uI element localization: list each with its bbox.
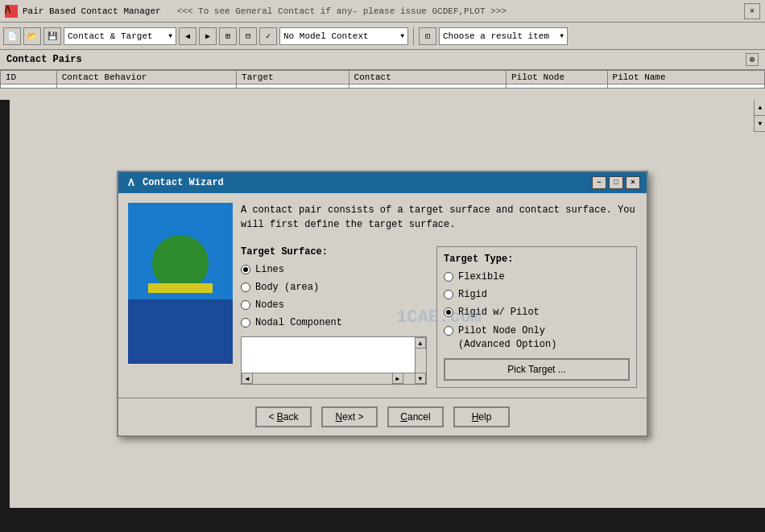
col-header-target: Target: [237, 71, 349, 85]
modal-minimize-btn[interactable]: −: [592, 176, 606, 189]
surface-radio-group: Lines Body (area) Nodes: [241, 264, 427, 328]
help-button[interactable]: Help: [453, 406, 510, 427]
scroll-down-arrow[interactable]: ▼: [415, 373, 426, 384]
target-type-section: Target Type: Flexible Rigid: [436, 246, 637, 388]
radio-nodes-label: Nodes: [255, 299, 284, 311]
panel-header: Contact Pairs ⊙: [0, 50, 765, 70]
panel-collapse-btn[interactable]: ⊙: [746, 53, 759, 66]
toolbar-btn-new[interactable]: 📄: [3, 27, 21, 45]
toolbar-btn-2[interactable]: ▶: [199, 27, 217, 45]
radio-flexible[interactable]: Flexible: [444, 271, 630, 282]
contact-target-dropdown[interactable]: Contact & Target ▼: [64, 27, 176, 45]
radio-body-label: Body (area): [255, 282, 319, 293]
radio-pilot-node-indicator: [444, 326, 453, 336]
bottom-black-area: [0, 508, 765, 532]
col-header-pilot-node: Pilot Node: [506, 71, 607, 85]
target-type-label: Target Type:: [444, 254, 630, 265]
toolbar-btn-4[interactable]: ⊟: [239, 27, 257, 45]
illustration-bar: [148, 283, 213, 293]
toolbar-btn-save[interactable]: 💾: [43, 27, 61, 45]
target-surface-section: Target Surface: Lines Body (area): [241, 246, 427, 388]
target-textbox[interactable]: ▲ ▼ ◀ ▶: [241, 336, 427, 385]
radio-flexible-indicator: [444, 272, 453, 282]
pick-target-button[interactable]: Pick Target ...: [444, 358, 630, 381]
contact-table: ID Contact Behavior Target Contact Pilot…: [0, 70, 765, 89]
contact-wizard-dialog: Λ Contact Wizard − □ × A c: [117, 171, 648, 437]
toolbar-btn-open[interactable]: 📂: [23, 27, 41, 45]
main-panel: Contact Pairs ⊙ ID Contact Behavior Targ…: [0, 50, 765, 532]
dialog-description: A contact pair consists of a target surf…: [241, 203, 637, 232]
modal-maximize-btn[interactable]: □: [609, 176, 623, 189]
illustration: [128, 203, 233, 364]
panel-title: Contact Pairs: [6, 54, 82, 65]
modal-titlebar: Λ Contact Wizard − □ ×: [118, 172, 647, 193]
modal-icon: Λ: [125, 176, 138, 189]
vertical-scrollbar[interactable]: ▲ ▼: [415, 337, 426, 384]
scroll-up-arrow[interactable]: ▲: [415, 337, 426, 348]
next-button[interactable]: Next >: [321, 406, 378, 427]
radio-body[interactable]: Body (area): [241, 282, 427, 293]
model-context-dropdown[interactable]: No Model Context ▼: [279, 27, 408, 45]
radio-pilot-node-only[interactable]: Pilot Node Only(Advanced Option): [444, 324, 630, 352]
col-header-behavior: Contact Behavior: [56, 71, 236, 85]
radio-lines-label: Lines: [255, 264, 284, 275]
radio-nodal-component[interactable]: Nodal Component: [241, 317, 427, 328]
toolbar-btn-1[interactable]: ◀: [179, 27, 196, 45]
modal-content: A contact pair consists of a target surf…: [241, 203, 637, 388]
radio-rigid-pilot-label: Rigid w/ Pilot: [458, 307, 540, 318]
toolbar-btn-5[interactable]: ✓: [259, 27, 277, 45]
modal-sections: Target Surface: Lines Body (area): [241, 246, 637, 388]
back-button[interactable]: < Back: [255, 406, 312, 427]
type-radio-group: Flexible Rigid Rigid w/ Pilot: [444, 271, 630, 352]
toolbar: 📄 📂 💾 Contact & Target ▼ ◀ ▶ ⊞ ⊟ ✓ No Mo…: [0, 23, 765, 50]
modal-body: A contact pair consists of a target surf…: [118, 193, 647, 398]
radio-rigid-label: Rigid: [458, 289, 487, 300]
radio-body-indicator: [241, 282, 250, 292]
scroll-left-arrow[interactable]: ◀: [242, 373, 253, 384]
chevron-down-icon: ▼: [168, 32, 172, 39]
cancel-button[interactable]: Cancel: [387, 406, 444, 427]
col-header-id: ID: [1, 71, 57, 85]
title-bar: Λ Pair Based Contact Manager <<< To see …: [0, 0, 765, 23]
radio-nodal-indicator: [241, 318, 250, 328]
toolbar-btn-3[interactable]: ⊞: [219, 27, 237, 45]
col-header-contact: Contact: [349, 71, 506, 85]
modal-overlay: Λ Contact Wizard − □ × A c: [0, 100, 765, 508]
app-icon: Λ: [5, 5, 18, 18]
radio-nodal-label: Nodal Component: [255, 317, 342, 328]
radio-nodes[interactable]: Nodes: [241, 299, 427, 311]
modal-footer: < Back Next > Cancel Help: [118, 398, 647, 435]
modal-title: Contact Wizard: [143, 177, 224, 188]
col-header-pilot-name: Pilot Name: [607, 71, 764, 85]
scroll-right-arrow[interactable]: ▶: [392, 373, 403, 384]
target-surface-label: Target Surface:: [241, 246, 427, 258]
radio-pilot-node-label: Pilot Node Only(Advanced Option): [458, 324, 556, 352]
chevron-down-icon-3: ▼: [560, 32, 564, 39]
radio-flexible-label: Flexible: [458, 271, 505, 282]
result-item-dropdown[interactable]: Choose a result item ▼: [439, 27, 568, 45]
radio-rigid-pilot[interactable]: Rigid w/ Pilot: [444, 307, 630, 318]
window-close-button[interactable]: ×: [744, 3, 760, 19]
radio-lines[interactable]: Lines: [241, 264, 427, 275]
window-hint: <<< To see General Contact if any- pleas…: [177, 6, 507, 16]
table-row: [1, 85, 765, 89]
modal-close-btn[interactable]: ×: [626, 176, 640, 189]
radio-rigid[interactable]: Rigid: [444, 289, 630, 300]
radio-rigid-indicator: [444, 290, 453, 299]
toolbar-btn-6[interactable]: ⊡: [419, 27, 436, 45]
modal-controls: − □ ×: [592, 176, 640, 189]
radio-lines-indicator: [241, 265, 250, 274]
window-title: Pair Based Contact Manager: [23, 6, 161, 16]
radio-rigid-pilot-indicator: [444, 307, 453, 317]
radio-nodes-indicator: [241, 300, 250, 310]
horizontal-scrollbar[interactable]: ◀ ▶: [242, 373, 415, 384]
chevron-down-icon-2: ▼: [400, 32, 404, 39]
separator: [413, 27, 414, 45]
